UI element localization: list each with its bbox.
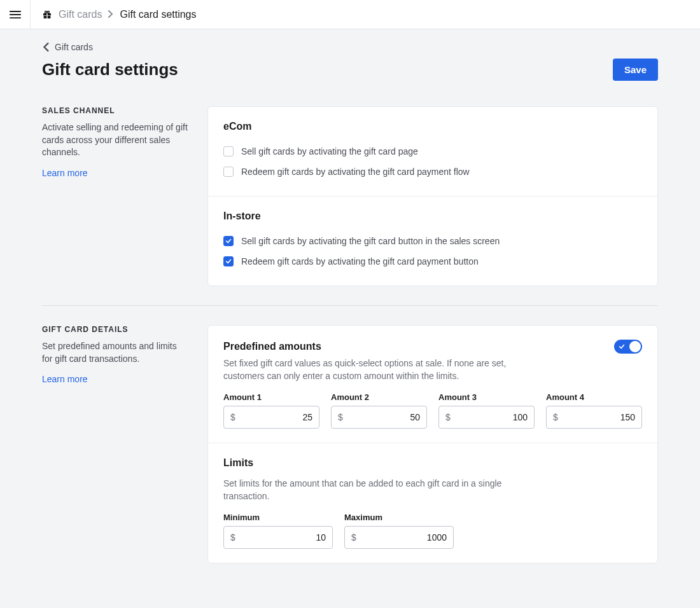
section-heading: SALES CHANNEL [42,106,188,115]
chevron-left-icon [42,43,51,52]
svg-rect-2 [10,17,21,18]
amount-3-field: Amount 3 $ [438,392,535,429]
limits-title: Limits [223,457,642,469]
check-icon [225,258,232,265]
ecom-redeem-checkbox[interactable] [223,167,234,177]
maximum-value[interactable] [356,532,447,542]
save-button[interactable]: Save [613,59,658,81]
svg-rect-6 [48,16,51,18]
instore-sell-checkbox[interactable] [223,236,234,246]
svg-rect-5 [44,16,47,18]
instore-sell-label: Sell gift cards by activating the gift c… [241,236,500,246]
limits-help: Set limits for the amount that can be ad… [223,478,516,502]
top-bar: Gift cards Gift card settings [0,0,700,29]
breadcrumb-current: Gift card settings [120,9,196,20]
instore-redeem-checkbox[interactable] [223,256,234,266]
instore-sell-row: Sell gift cards by activating the gift c… [223,231,642,251]
svg-point-8 [47,11,49,13]
currency-sign: $ [351,532,356,542]
predefined-toggle[interactable] [614,340,642,354]
section-heading: GIFT CARD DETAILS [42,325,188,334]
instore-subsection: In-store Sell gift cards by activating t… [208,196,657,286]
toggle-knob [629,341,641,352]
learn-more-link[interactable]: Learn more [42,374,88,384]
section-gift-card-details: GIFT CARD DETAILS Set predefined amounts… [42,305,658,583]
svg-rect-3 [43,13,46,15]
amount-2-field: Amount 2 $ [331,392,427,429]
menu-button[interactable] [0,0,31,29]
currency-sign: $ [445,412,451,422]
currency-sign: $ [553,412,558,422]
predefined-header-row: Predefined amounts [223,340,642,354]
ecom-subsection: eCom Sell gift cards by activating the g… [208,107,657,196]
amount-1-label: Amount 1 [223,392,319,402]
ecom-sell-row: Sell gift cards by activating the gift c… [223,141,642,162]
check-icon [619,343,625,350]
minimum-field: Minimum $ [223,513,333,549]
section-sales-channel: SALES CHANNEL Activate selling and redee… [42,106,658,305]
limits-grid: Minimum $ Maximum $ [223,513,642,549]
instore-title: In-store [223,211,642,222]
limits-subsection: Limits Set limits for the amount that ca… [208,443,657,563]
amount-4-input[interactable]: $ [546,406,642,429]
title-row: Gift card settings Save [42,59,658,81]
breadcrumb: Gift cards Gift card settings [31,9,197,20]
section-side: GIFT CARD DETAILS Set predefined amounts… [42,325,188,563]
svg-point-7 [45,11,46,13]
hamburger-icon [10,9,21,20]
amount-3-label: Amount 3 [438,392,535,402]
svg-rect-4 [48,13,51,15]
amount-2-value[interactable] [343,412,420,422]
gift-icon [42,10,52,20]
predefined-amounts-subsection: Predefined amounts Set fixed gift card v… [208,326,657,443]
amount-4-field: Amount 4 $ [546,392,642,429]
page-title: Gift card settings [42,60,178,79]
back-link[interactable]: Gift cards [42,39,93,57]
sales-channel-card: eCom Sell gift cards by activating the g… [207,106,658,286]
section-description: Activate selling and redeeming of gift c… [42,121,188,159]
amount-3-value[interactable] [451,412,528,422]
back-link-label: Gift cards [55,42,93,52]
maximum-field: Maximum $ [344,513,454,549]
ecom-redeem-label: Redeem gift cards by activating the gift… [241,167,470,177]
details-card: Predefined amounts Set fixed gift card v… [207,325,658,563]
amount-1-value[interactable] [235,412,312,422]
minimum-label: Minimum [223,513,333,522]
amount-4-label: Amount 4 [546,392,642,402]
minimum-value[interactable] [235,532,326,542]
ecom-title: eCom [223,121,642,132]
section-side: SALES CHANNEL Activate selling and redee… [42,106,188,286]
maximum-label: Maximum [344,513,454,522]
ecom-sell-checkbox[interactable] [223,146,234,156]
ecom-sell-label: Sell gift cards by activating the gift c… [241,146,418,156]
predefined-help: Set fixed gift card values as quick-sele… [223,357,516,382]
currency-sign: $ [230,532,235,542]
svg-rect-1 [10,14,21,15]
currency-sign: $ [230,412,235,422]
chevron-right-icon [108,9,113,20]
predefined-title: Predefined amounts [223,341,321,352]
minimum-input[interactable]: $ [223,526,333,549]
amount-1-input[interactable]: $ [223,406,319,429]
section-description: Set predefined amounts and limits for gi… [42,340,188,365]
amount-grid: Amount 1 $ Amount 2 $ [223,392,642,429]
currency-sign: $ [338,412,343,422]
instore-redeem-label: Redeem gift cards by activating the gift… [241,256,479,266]
maximum-input[interactable]: $ [344,526,454,549]
amount-1-field: Amount 1 $ [223,392,319,429]
check-icon [225,238,232,244]
instore-redeem-row: Redeem gift cards by activating the gift… [223,251,642,272]
amount-2-input[interactable]: $ [331,406,427,429]
amount-3-input[interactable]: $ [438,406,535,429]
page-body: Gift cards Gift card settings Save SALES… [32,29,668,608]
amount-4-value[interactable] [558,412,635,422]
breadcrumb-parent[interactable]: Gift cards [59,9,102,20]
amount-2-label: Amount 2 [331,392,427,402]
learn-more-link[interactable]: Learn more [42,168,88,178]
ecom-redeem-row: Redeem gift cards by activating the gift… [223,162,642,182]
svg-rect-0 [10,11,21,12]
